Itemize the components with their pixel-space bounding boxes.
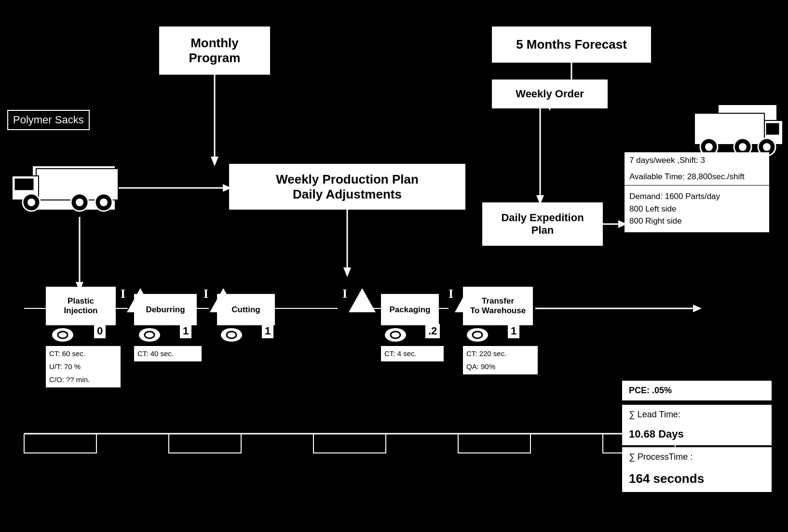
push-arrow-4: I (448, 287, 453, 301)
demand-box: Demand: 1600 Parts/day 800 Left side 800… (625, 186, 769, 232)
lead-time-value: 10.68 Days (629, 428, 684, 440)
svg-point-51 (385, 328, 406, 342)
plastic-injection-box: Plastic Injection (46, 287, 116, 325)
lead-time-value-box: 10.68 Days (622, 423, 772, 445)
operator-transfer-icon (465, 325, 509, 345)
operator-deburring-icon (137, 325, 181, 345)
svg-rect-29 (14, 178, 34, 190)
weekly-order-box: Weekly Order (492, 80, 608, 108)
daily-expedition-box: Daily Expedition Plan (482, 202, 603, 246)
operator-count-transfer: 1 (508, 324, 519, 338)
transfer-qa: QA: 90% (463, 359, 538, 374)
monthly-program-label: Monthly Program (189, 36, 241, 66)
svg-point-49 (221, 328, 242, 342)
svg-point-35 (100, 199, 108, 206)
lead-time-label: ∑ Lead Time: (629, 410, 680, 419)
svg-marker-5 (343, 267, 351, 277)
operator-count-packaging: .2 (425, 324, 440, 338)
transfer-box: Transfer To Warehouse (463, 287, 533, 325)
operator-plastic-injection-icon (51, 325, 94, 345)
svg-point-53 (467, 328, 488, 342)
pce-box: PCE: .05% (622, 381, 772, 400)
push-arrow-3: I (342, 287, 347, 301)
monthly-program-box: Monthly Program (159, 27, 270, 75)
available-time-box: Available Time: 28,800sec./shift (625, 169, 769, 185)
svg-marker-18 (693, 305, 702, 312)
push-arrow-1: I (121, 287, 125, 301)
supplier-truck-icon (7, 159, 128, 217)
five-months-label: 5 Months Forecast (516, 37, 627, 52)
push-arrow-2: I (204, 287, 208, 301)
packaging-ct: CT: 4 sec. (381, 346, 444, 361)
plastic-injection-co: C/O: ?? min. (46, 372, 121, 387)
svg-point-45 (52, 328, 73, 342)
demand-text: Demand: 1600 Parts/day 800 Left side 800… (629, 192, 720, 226)
svg-point-47 (139, 328, 160, 342)
process-time-value: 164 seconds (629, 471, 704, 486)
svg-rect-38 (766, 123, 779, 135)
process-time-label: ∑ ProcessTime : (629, 452, 693, 462)
available-time-text: Available Time: 28,800sec./shift (629, 172, 745, 181)
deburring-ct: CT: 40 sec. (134, 346, 202, 361)
svg-marker-1 (211, 157, 218, 166)
weekly-production-box: Weekly Production Plan Daily Adjustments (229, 164, 465, 210)
svg-point-31 (27, 199, 35, 206)
packaging-box: Packaging (381, 294, 439, 325)
five-months-forecast-box: 5 Months Forecast (492, 27, 651, 63)
polymer-sacks-label: Polymer Sacks (7, 110, 90, 130)
svg-point-42 (739, 143, 747, 151)
operator-packaging-icon (383, 325, 427, 345)
inventory-triangle-3 (349, 288, 376, 312)
operator-count-plastic: 0 (94, 324, 106, 338)
cutting-box: Cutting (217, 294, 275, 325)
weekly-production-label: Weekly Production Plan Daily Adjustments (276, 172, 419, 202)
shift-info-text: 7 days/week ,Shift: 3 (629, 156, 705, 165)
lead-time-label-box: ∑ Lead Time: (622, 405, 772, 425)
process-time-label-box: ∑ ProcessTime : (622, 447, 772, 467)
operator-count-cutting: 1 (262, 324, 273, 338)
svg-point-40 (705, 143, 713, 151)
weekly-order-label: Weekly Order (516, 88, 584, 100)
deburring-box: Deburring (134, 294, 197, 325)
operator-cutting-icon (219, 325, 263, 345)
pce-label: PCE: .05% (629, 386, 672, 395)
svg-point-44 (763, 143, 771, 151)
shift-info-box: 7 days/week ,Shift: 3 (625, 152, 769, 169)
daily-expedition-label: Daily Expedition Plan (501, 212, 584, 237)
svg-point-33 (76, 199, 83, 206)
process-time-value-box: 164 seconds (622, 466, 772, 492)
operator-count-deburring: 1 (180, 324, 191, 338)
